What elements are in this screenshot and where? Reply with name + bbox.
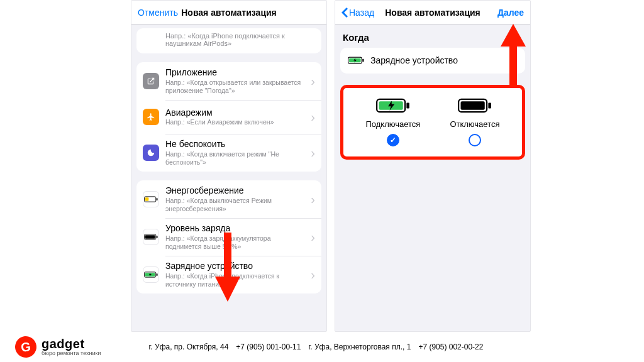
battery-full-icon xyxy=(458,97,492,114)
phone-right: Назад Новая автоматизация Далее Когда За… xyxy=(335,0,531,332)
trigger-app[interactable]: Приложение Напр.: «Когда открывается или… xyxy=(136,62,321,100)
logo-mark-icon: G xyxy=(14,335,37,358)
svg-rect-2 xyxy=(145,197,149,201)
choice-connect-label: Подключается xyxy=(365,119,420,129)
charger-choice-panel: Подключается Отключается xyxy=(340,85,525,160)
brand-logo: G gadget бюро ремонта техники xyxy=(15,336,101,358)
trigger-airplane-sub: Напр.: «Если Авиарежим включен» xyxy=(165,118,307,126)
back-button[interactable]: Назад xyxy=(341,8,374,18)
footer: G gadget бюро ремонта техники г. Уфа, пр… xyxy=(0,332,644,362)
trigger-charger-title: Зарядное устройство xyxy=(165,261,307,272)
trigger-charger[interactable]: Зарядное устройство Напр.: «Когда iPhone… xyxy=(136,256,321,293)
cancel-button[interactable]: Отменить xyxy=(138,8,178,18)
trigger-app-sub: Напр.: «Когда открывается или закрываетс… xyxy=(165,79,307,95)
trigger-lowpower[interactable]: Энергосбережение Напр.: «Когда выключает… xyxy=(136,180,321,218)
trigger-airplane-title: Авиарежим xyxy=(165,107,307,118)
chevron-right-icon: › xyxy=(311,268,315,282)
airplane-icon xyxy=(143,109,159,125)
phone-2: +7 (905) 002-00-22 xyxy=(418,343,483,351)
battery-charging-icon xyxy=(348,56,364,65)
trigger-lowpower-sub: Напр.: «Когда выключается Режим энергосб… xyxy=(165,197,307,213)
battery-charging-icon xyxy=(143,266,159,283)
chevron-right-icon: › xyxy=(311,192,315,207)
navbar-left: Отменить Новая автоматизация xyxy=(131,1,326,25)
address-1: г. Уфа, пр. Октября, 44 xyxy=(148,343,228,351)
partial-row-hint: Напр.: «Когда iPhone подключается к науш… xyxy=(136,28,321,53)
svg-rect-16 xyxy=(488,102,491,108)
when-row[interactable]: Зарядное устройство xyxy=(340,48,525,74)
trigger-list: Напр.: «Когда iPhone подключается к науш… xyxy=(131,25,326,331)
trigger-group-1: Приложение Напр.: «Когда открывается или… xyxy=(136,62,321,172)
radio-disconnect[interactable] xyxy=(469,134,481,146)
brand-name: gadget xyxy=(42,337,101,350)
svg-rect-17 xyxy=(460,101,484,110)
svg-rect-5 xyxy=(145,235,155,239)
trigger-battery-level[interactable]: Уровень заряда Напр.: «Когда заряд аккум… xyxy=(136,218,321,256)
when-heading: Когда xyxy=(343,32,523,43)
trigger-airplane[interactable]: Авиарежим Напр.: «Если Авиарежим включен… xyxy=(136,100,321,134)
chevron-left-icon xyxy=(341,8,348,18)
trigger-dnd-sub: Напр.: «Когда включается режим "Не беспо… xyxy=(165,150,307,167)
choice-disconnect[interactable]: Отключается xyxy=(450,97,499,146)
charger-config: Когда Зарядное устройство Подключается xyxy=(335,25,530,331)
chevron-right-icon: › xyxy=(311,230,315,244)
svg-rect-4 xyxy=(157,236,158,238)
trigger-battery-sub: Напр.: «Когда заряд аккумулятора подниме… xyxy=(165,234,307,251)
battery-black-icon xyxy=(143,229,159,245)
chevron-right-icon: › xyxy=(311,110,315,124)
chevron-right-icon: › xyxy=(311,74,315,89)
trigger-dnd[interactable]: Не беспокоить Напр.: «Когда включается р… xyxy=(136,134,321,172)
next-button[interactable]: Далее xyxy=(497,8,524,18)
moon-icon xyxy=(143,145,159,161)
contact-info: г. Уфа, пр. Октября, 44 +7 (905) 001-00-… xyxy=(148,343,483,351)
choice-disconnect-label: Отключается xyxy=(450,119,499,129)
app-icon xyxy=(143,73,159,89)
address-2: г. Уфа, Верхнеторговая пл., 1 xyxy=(308,343,411,351)
when-value: Зарядное устройство xyxy=(370,55,458,66)
svg-rect-1 xyxy=(157,198,158,200)
battery-charging-icon xyxy=(376,97,410,114)
svg-rect-7 xyxy=(157,273,158,276)
svg-rect-10 xyxy=(362,59,364,62)
back-label: Назад xyxy=(349,8,374,18)
chevron-right-icon: › xyxy=(311,146,315,160)
trigger-lowpower-title: Энергосбережение xyxy=(165,185,307,196)
phone-left: Отменить Новая автоматизация Напр.: «Ког… xyxy=(131,0,327,332)
phone-1: +7 (905) 001-00-11 xyxy=(236,343,301,351)
svg-rect-13 xyxy=(406,102,409,108)
trigger-app-title: Приложение xyxy=(165,67,307,78)
choice-connect[interactable]: Подключается xyxy=(365,97,420,146)
trigger-dnd-title: Не беспокоить xyxy=(165,139,307,150)
trigger-group-2: Энергосбережение Напр.: «Когда выключает… xyxy=(136,180,321,293)
radio-connect-selected[interactable] xyxy=(387,134,399,146)
trigger-battery-title: Уровень заряда xyxy=(165,223,307,234)
trigger-charger-sub: Напр.: «Когда iPhone подключается к исто… xyxy=(165,272,307,288)
battery-yellow-icon xyxy=(143,191,159,207)
brand-tagline: бюро ремонта техники xyxy=(42,350,101,356)
navbar-right: Назад Новая автоматизация Далее xyxy=(335,1,530,25)
